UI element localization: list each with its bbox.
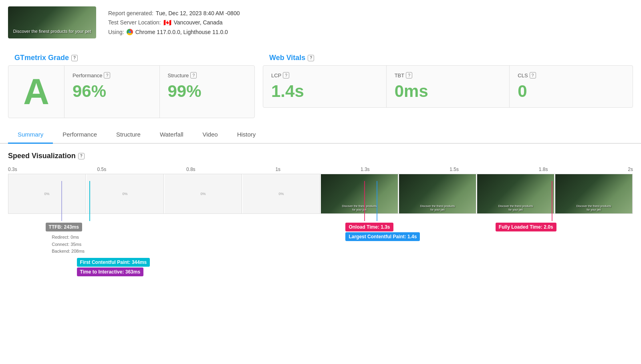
- web-vitals-title-text: Web Vitals: [269, 54, 305, 62]
- tbt-metric: TBT ? 0ms: [387, 66, 510, 107]
- timeline-label-2: 0.8s: [186, 167, 196, 172]
- tbt-help-icon[interactable]: ?: [406, 72, 412, 78]
- tab-waterfall[interactable]: Waterfall: [150, 126, 193, 144]
- lcp-value: 1.4s: [271, 82, 378, 101]
- server-location-row: Test Server Location: 🇨🇦 Vancouver, Cana…: [108, 19, 240, 26]
- fcp-line: [89, 181, 90, 221]
- ttfb-redirect: Redirect: 0ms: [52, 234, 85, 241]
- structure-value: 99%: [168, 82, 247, 101]
- timeline-label-5: 1.5s: [450, 167, 459, 172]
- grade-metrics: Performance ? 96% Structure ? 99%: [65, 66, 254, 118]
- site-screenshot: Discover the finest products for your pe…: [8, 6, 96, 38]
- structure-label: Structure ?: [168, 72, 247, 78]
- performance-label: Performance ?: [73, 72, 151, 78]
- timeline-container: 0.3s 0.5s 0.8s 1s 1.3s 1.5s 1.8s 2s 0% 0…: [8, 167, 633, 278]
- using-label: Using:: [108, 29, 124, 35]
- cls-help-icon[interactable]: ?: [530, 72, 536, 78]
- timeline-label-3: 1s: [275, 167, 280, 172]
- ttfb-annotation: TTFB: 243ms: [46, 223, 82, 231]
- speed-visualization-section: Speed Visualization ? 0.3s 0.5s 0.8s 1s …: [0, 144, 641, 278]
- timeline-label-0: 0.3s: [8, 167, 17, 172]
- tti-annotation: Time to Interactive: 363ms: [77, 267, 144, 276]
- web-vitals-display: LCP ? 1.4s TBT ? 0ms CLS ? 0: [263, 65, 633, 108]
- timeline-annotations: TTFB: 243ms Redirect: 0ms Connect: 35ms …: [8, 223, 633, 271]
- performance-value: 96%: [73, 82, 151, 101]
- report-generated-value: Tue, Dec 12, 2023 8:40 AM -0800: [156, 10, 240, 16]
- report-generated-row: Report generated: Tue, Dec 12, 2023 8:40…: [108, 10, 240, 16]
- cls-metric: CLS ? 0: [510, 66, 633, 107]
- speed-viz-help-icon[interactable]: ?: [78, 153, 85, 159]
- web-vitals-section: Web Vitals ? LCP ? 1.4s TBT ? 0ms CLS: [263, 49, 633, 118]
- lcp-metric: LCP ? 1.4s: [263, 66, 387, 107]
- screenshot-overlay-text: Discover the finest products for your pe…: [8, 28, 96, 34]
- using-row: Using: Chrome 117.0.0.0, Lighthouse 11.0…: [108, 29, 240, 35]
- ttfb-connect: Connect: 35ms: [52, 241, 85, 248]
- speed-viz-title: Speed Visualization ?: [8, 152, 633, 160]
- structure-help-icon[interactable]: ?: [190, 72, 197, 78]
- chrome-icon: [127, 29, 133, 35]
- tab-summary[interactable]: Summary: [8, 126, 53, 144]
- timeline-markers: [8, 181, 633, 221]
- fully-loaded-line: [552, 181, 552, 221]
- tabs-section: Summary Performance Structure Waterfall …: [0, 126, 641, 144]
- lcp-annotation: Largest Contentful Paint: 1.4s: [345, 232, 420, 241]
- gtmetrix-grade-help-icon[interactable]: ?: [71, 55, 78, 61]
- server-location-label: Test Server Location:: [108, 19, 161, 26]
- gtmetrix-grade-section: GTmetrix Grade ? A Performance ? 96% Str…: [8, 49, 255, 118]
- tab-history[interactable]: History: [228, 126, 266, 144]
- using-value: Chrome 117.0.0.0, Lighthouse 11.0.0: [135, 29, 228, 35]
- grade-display: A Performance ? 96% Structure ? 99%: [8, 65, 255, 118]
- onload-line: [364, 181, 365, 221]
- tab-performance[interactable]: Performance: [53, 126, 107, 144]
- grades-section: GTmetrix Grade ? A Performance ? 96% Str…: [0, 45, 641, 126]
- web-vitals-title: Web Vitals ?: [263, 49, 633, 65]
- report-info: Report generated: Tue, Dec 12, 2023 8:40…: [108, 10, 240, 35]
- tbt-label: TBT ?: [395, 72, 502, 78]
- fully-loaded-annotation: Fully Loaded Time: 2.0s: [496, 223, 556, 231]
- server-location-value: Vancouver, Canada: [174, 19, 223, 26]
- timeline-labels: 0.3s 0.5s 0.8s 1s 1.3s 1.5s 1.8s 2s: [8, 167, 633, 174]
- tbt-value: 0ms: [395, 82, 502, 101]
- tab-video[interactable]: Video: [193, 126, 228, 144]
- performance-help-icon[interactable]: ?: [104, 72, 110, 78]
- gtmetrix-grade-title-text: GTmetrix Grade: [14, 54, 69, 62]
- cls-label: CLS ?: [518, 72, 625, 78]
- structure-metric: Structure ? 99%: [160, 66, 255, 118]
- lcp-help-icon[interactable]: ?: [283, 72, 289, 78]
- tab-structure[interactable]: Structure: [107, 126, 150, 144]
- lcp-label: LCP ?: [271, 72, 378, 78]
- fcp-annotation: First Contentful Paint: 344ms: [77, 258, 150, 267]
- performance-metric: Performance ? 96%: [65, 66, 160, 118]
- ttfb-backend: Backend: 208ms: [52, 248, 85, 255]
- timeline-label-1: 0.5s: [97, 167, 106, 172]
- grade-letter-box: A: [8, 66, 65, 118]
- ttfb-line: [61, 181, 62, 221]
- canada-flag-icon: 🇨🇦: [163, 19, 171, 26]
- ttfb-details: Redirect: 0ms Connect: 35ms Backend: 208…: [52, 234, 85, 255]
- timeline-label-7: 2s: [628, 167, 633, 172]
- speed-viz-title-text: Speed Visualization: [8, 152, 76, 160]
- grade-letter: A: [23, 74, 49, 110]
- top-section: Discover the finest products for your pe…: [0, 0, 641, 45]
- timeline-label-6: 1.8s: [539, 167, 548, 172]
- web-vitals-help-icon[interactable]: ?: [308, 55, 314, 61]
- gtmetrix-grade-title: GTmetrix Grade ?: [8, 49, 255, 65]
- report-generated-label: Report generated:: [108, 10, 153, 16]
- onload-annotation: Onload Time: 1.3s: [345, 223, 393, 231]
- timeline-label-4: 1.3s: [361, 167, 370, 172]
- lcp-line: [377, 181, 377, 221]
- cls-value: 0: [518, 82, 625, 101]
